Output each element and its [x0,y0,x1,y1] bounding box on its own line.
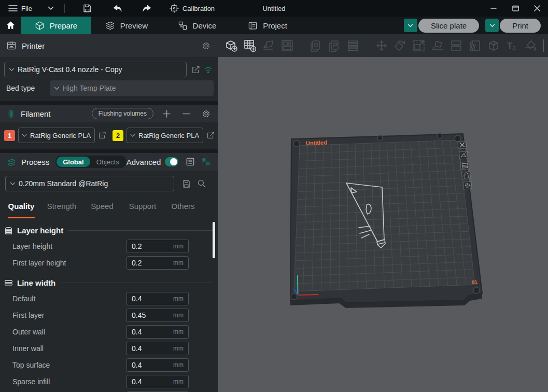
x-axis [298,295,318,295]
filament-settings-gear-icon[interactable] [200,108,212,119]
sidebar-scrollbar[interactable] [213,222,215,258]
scale-icon[interactable] [412,39,426,53]
flushing-volumes-button[interactable]: Flushing volumes [92,108,153,119]
tab-project[interactable]: Project [232,17,303,34]
edit-printer-icon[interactable] [190,64,201,75]
redo-button[interactable] [138,2,155,15]
support-painting-icon[interactable] [468,39,482,53]
delete-plate-icon[interactable] [458,141,467,149]
tab-device[interactable]: Device [162,17,232,34]
printer-preset-dropdown[interactable]: RatRig V-Cast 0.4 nozzle - Copy [4,62,187,77]
value-box: mm [127,309,189,322]
tab-support[interactable]: Support [122,199,163,217]
print-button[interactable]: Print [500,19,541,33]
filament-spool-icon [6,109,16,119]
calibration-button[interactable]: Calibration [166,2,218,15]
advanced-toggle[interactable] [165,157,178,166]
lay-on-face-icon[interactable] [430,39,444,53]
arrange-icon[interactable] [280,39,294,53]
add-filament-icon[interactable] [161,108,172,119]
chevron-down-icon [408,24,413,27]
tab-prepare-label: Prepare [50,21,77,30]
auto-orient-icon[interactable] [261,39,275,53]
color-painting-icon[interactable] [524,39,538,53]
preview-icon [105,21,115,31]
tab-speed[interactable]: Speed [82,199,122,217]
tab-strength[interactable]: Strength [41,199,82,217]
filament-section-title: Filament [21,109,51,118]
redo-icon [142,4,152,12]
tab-others[interactable]: Others [163,199,203,217]
group-title: Layer height [17,226,63,235]
undo-icon [113,4,123,12]
param-row: Outer wall mm [0,324,218,340]
close-button[interactable] [526,0,548,17]
minimize-button[interactable] [483,0,504,17]
unit-label: mm [173,243,188,250]
tab-preview-label: Preview [120,21,148,30]
printer-section-body: RatRig V-Cast 0.4 nozzle - Copy Bed type… [0,57,218,101]
parameter-table-icon[interactable] [185,156,196,167]
slice-plate-dropdown[interactable] [404,19,417,32]
print-dropdown[interactable] [485,19,499,32]
tab-prepare[interactable]: Prepare [21,17,91,34]
maximize-button[interactable] [504,0,526,17]
split-to-objects-icon[interactable] [308,39,322,53]
variable-layer-height-icon[interactable] [346,39,360,53]
line-width-default-input[interactable] [127,295,163,303]
search-icon[interactable] [196,178,207,189]
move-icon[interactable] [374,39,388,53]
slice-plate-button[interactable]: Slice plate [418,19,479,33]
plate-grid-area[interactable] [294,140,475,291]
cut-icon[interactable] [449,39,463,53]
split-to-parts-icon[interactable] [327,39,341,53]
home-button[interactable] [0,17,21,34]
value-box: mm [127,292,189,305]
layer-height-input[interactable] [127,242,163,250]
save-preset-icon[interactable] [180,178,192,189]
param-row: Default mm [0,290,218,307]
bed-type-label: Bed type [4,84,50,92]
line-width-inner-wall-input[interactable] [127,344,163,353]
file-menu-dropdown[interactable] [45,4,57,12]
line-width-first-layer-input[interactable] [127,311,163,319]
scope-global-button[interactable]: Global [57,157,90,167]
plate-settings-gear-icon[interactable] [463,181,472,189]
line-width-top-surface-input[interactable] [127,361,163,369]
build-plate-canvas[interactable]: Untitled 01 [218,57,548,392]
tab-preview[interactable]: Preview [91,17,162,34]
chevron-down-icon [54,87,60,90]
rename-plate-icon[interactable] [459,151,468,159]
project-icon [248,21,258,31]
tab-quality[interactable]: Quality [1,199,41,217]
viewport-3d[interactable]: Untitled 01 [218,57,548,392]
printer-settings-gear-icon[interactable] [200,40,212,51]
mesh-boolean-icon[interactable] [486,39,500,53]
top-strip: Printer [0,34,548,57]
value-box: mm [127,342,189,355]
arrange-plate-icon[interactable] [460,162,469,170]
line-width-sparse-infill-input[interactable] [127,377,163,386]
layer-height-group-header: Layer height [0,222,218,238]
printer-connection-wifi-icon[interactable] [202,64,214,75]
line-width-outer-wall-input[interactable] [127,328,163,336]
filament-2-dropdown[interactable]: RatRig Generic PLA [127,128,203,143]
remove-filament-icon[interactable] [180,108,192,119]
printer-section-header: Printer [0,34,218,57]
rotate-icon[interactable] [393,39,407,53]
file-menu[interactable]: File [5,3,35,15]
edit-filament-1-icon[interactable] [98,130,106,141]
save-button[interactable] [79,2,95,15]
text-tool-icon[interactable]: Ta [505,39,519,53]
scope-objects-button[interactable]: Objects [90,157,125,167]
bed-type-dropdown[interactable]: High Temp Plate [50,80,214,96]
process-preset-dropdown[interactable]: 0.20mm Standard @RatRig [5,176,174,191]
add-plate-icon[interactable] [243,39,257,53]
edit-filament-2-icon[interactable] [206,130,215,141]
undo-button[interactable] [109,2,126,15]
add-object-icon[interactable] [224,39,238,53]
first-layer-height-input[interactable] [127,259,163,267]
compare-presets-gears-icon[interactable] [200,156,212,167]
lock-plate-icon[interactable] [462,172,471,179]
filament-1-dropdown[interactable]: RatRig Generic PLA [18,128,95,143]
